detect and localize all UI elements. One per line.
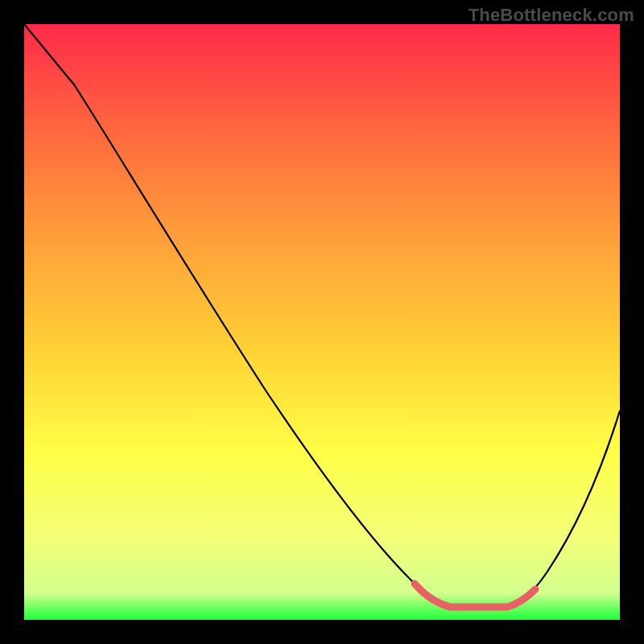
bottleneck-chart [24, 24, 620, 620]
chart-svg [24, 24, 620, 620]
watermark-text: TheBottleneck.com [469, 5, 634, 26]
chart-background-gradient [24, 24, 620, 620]
